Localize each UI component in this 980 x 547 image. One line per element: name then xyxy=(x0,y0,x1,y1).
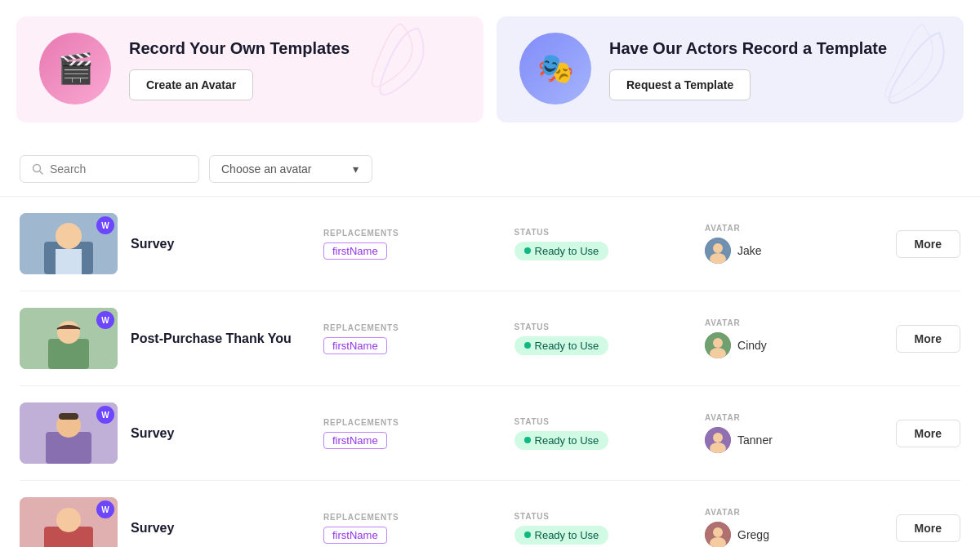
template-row: W Survey REPLACEMENTS firstName STATUS R… xyxy=(20,386,960,481)
status-dot xyxy=(524,247,531,254)
avatar-display: Gregg xyxy=(705,522,883,547)
avatar-dropdown-label: Choose an avatar xyxy=(221,162,312,176)
chevron-down-icon: ▾ xyxy=(353,162,359,176)
create-avatar-button[interactable]: Create an Avatar xyxy=(129,69,253,100)
search-input-wrap[interactable] xyxy=(20,155,199,183)
svg-point-4 xyxy=(56,223,82,249)
svg-point-13 xyxy=(713,338,723,348)
avatar-face xyxy=(705,522,731,547)
avatar-display: Tanner xyxy=(705,427,883,453)
svg-rect-18 xyxy=(59,413,78,420)
more-button[interactable]: More xyxy=(896,230,960,258)
avatar-label: AVATAR xyxy=(705,224,883,233)
template-name: Survey xyxy=(131,426,310,441)
template-name: Survey xyxy=(131,521,310,536)
search-icon xyxy=(32,163,43,175)
avatar-name: Jake xyxy=(737,244,762,257)
avatar-face xyxy=(705,332,731,358)
record-banner-icon: 🎬 xyxy=(39,33,111,105)
svg-point-24 xyxy=(56,508,81,532)
template-list: W Survey REPLACEMENTS firstName STATUS R… xyxy=(0,197,980,547)
svg-point-11 xyxy=(57,321,80,344)
svg-point-7 xyxy=(713,243,723,253)
avatar-display: Cindy xyxy=(705,332,883,358)
replacements-group: REPLACEMENTS firstName xyxy=(323,323,501,354)
status-label: STATUS xyxy=(514,228,693,237)
status-text: Ready to Use xyxy=(535,434,599,447)
status-badge: Ready to Use xyxy=(514,336,609,355)
svg-point-26 xyxy=(713,527,723,537)
actor-banner-illustration: 🎭 xyxy=(519,33,593,106)
avatar-display: Jake xyxy=(705,238,883,264)
status-text: Ready to Use xyxy=(535,529,599,541)
replacements-label: REPLACEMENTS xyxy=(323,229,501,238)
status-label: STATUS xyxy=(514,417,693,426)
avatar xyxy=(705,427,731,453)
avatar-group: AVATAR Cindy xyxy=(705,318,883,358)
status-badge: Ready to Use xyxy=(514,431,609,450)
replacement-tag: firstName xyxy=(323,527,387,544)
avatar-face xyxy=(705,238,731,264)
avatar-dropdown[interactable]: Choose an avatar ▾ xyxy=(209,155,372,183)
status-badge: Ready to Use xyxy=(514,242,609,260)
more-button[interactable]: More xyxy=(896,420,960,447)
template-thumbnail: W xyxy=(20,213,118,274)
more-button[interactable]: More xyxy=(896,325,960,353)
avatar-label: AVATAR xyxy=(705,413,883,422)
avatar xyxy=(705,522,731,547)
record-own-banner: 🎬 Record Your Own Templates Create an Av… xyxy=(16,16,483,122)
actor-banner-icon: 🎭 xyxy=(519,33,591,105)
template-thumbnail: W xyxy=(20,497,118,547)
avatar-group: AVATAR Gregg xyxy=(705,508,883,547)
right-banner-deco xyxy=(858,20,956,118)
status-dot xyxy=(524,531,531,538)
search-area: Choose an avatar ▾ xyxy=(0,139,980,197)
avatar xyxy=(705,238,731,264)
template-row: W Post-Purchase Thank You REPLACEMENTS f… xyxy=(20,291,960,386)
status-label: STATUS xyxy=(514,322,693,331)
template-badge: W xyxy=(96,500,114,518)
record-banner-content: Record Your Own Templates Create an Avat… xyxy=(129,39,350,100)
replacements-label: REPLACEMENTS xyxy=(323,418,501,427)
avatar-name: Tanner xyxy=(737,434,773,447)
avatar-group: AVATAR Tanner xyxy=(705,413,883,453)
status-label: STATUS xyxy=(514,512,693,521)
svg-line-1 xyxy=(40,171,43,175)
status-group: STATUS Ready to Use xyxy=(514,512,693,545)
record-banner-title: Record Your Own Templates xyxy=(129,39,350,58)
avatar xyxy=(705,332,731,358)
record-banner-illustration: 🎬 xyxy=(39,33,113,106)
request-template-button[interactable]: Request a Template xyxy=(609,69,751,100)
status-badge: Ready to Use xyxy=(514,526,609,545)
actor-banner-content: Have Our Actors Record a Template Reques… xyxy=(609,39,887,100)
replacements-label: REPLACEMENTS xyxy=(323,513,501,522)
template-row: W Survey REPLACEMENTS firstName STATUS R… xyxy=(20,197,960,291)
status-group: STATUS Ready to Use xyxy=(514,322,693,355)
left-banner-deco xyxy=(353,20,434,110)
template-thumbnail: W xyxy=(20,308,118,369)
template-name: Survey xyxy=(131,237,310,251)
status-text: Ready to Use xyxy=(535,340,599,352)
avatar-group: AVATAR Jake xyxy=(705,224,883,264)
replacements-group: REPLACEMENTS firstName xyxy=(323,418,501,449)
replacement-tag: firstName xyxy=(323,242,387,260)
actor-banner-title: Have Our Actors Record a Template xyxy=(609,39,887,58)
status-group: STATUS Ready to Use xyxy=(514,228,693,260)
template-badge: W xyxy=(96,406,114,424)
replacement-tag: firstName xyxy=(323,337,387,354)
search-input[interactable] xyxy=(50,162,187,176)
more-button[interactable]: More xyxy=(896,514,960,542)
replacement-tag: firstName xyxy=(323,432,387,449)
replacements-group: REPLACEMENTS firstName xyxy=(323,513,501,544)
template-name: Post-Purchase Thank You xyxy=(131,331,310,346)
svg-point-20 xyxy=(713,433,723,442)
avatar-label: AVATAR xyxy=(705,508,883,517)
template-badge: W xyxy=(96,216,114,234)
avatar-face xyxy=(705,427,731,453)
replacements-group: REPLACEMENTS firstName xyxy=(323,229,501,260)
template-thumbnail: W xyxy=(20,402,118,464)
top-banners: 🎬 Record Your Own Templates Create an Av… xyxy=(0,0,980,139)
status-text: Ready to Use xyxy=(535,245,599,257)
status-group: STATUS Ready to Use xyxy=(514,417,693,450)
template-row: W Survey REPLACEMENTS firstName STATUS R… xyxy=(20,481,960,547)
